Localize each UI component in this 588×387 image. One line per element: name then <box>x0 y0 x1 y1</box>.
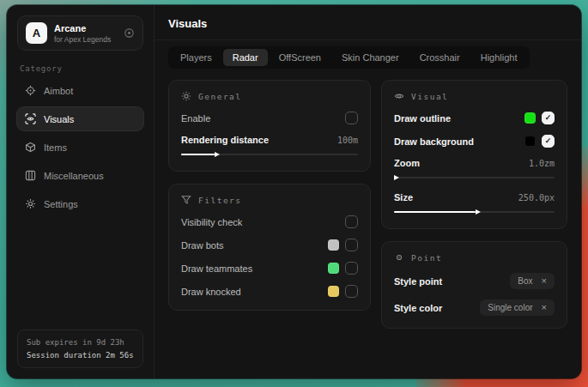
draw-outline-row: Draw outline ✓ <box>394 112 555 124</box>
row-controls <box>328 239 358 251</box>
general-panel-header: General <box>181 91 358 101</box>
draw-knocked-checkbox[interactable] <box>345 285 358 298</box>
draw-outline-checkbox[interactable]: ✓ <box>542 112 555 124</box>
visual-panel: Visual Draw outline ✓ Draw background <box>381 80 567 229</box>
sidebar-item-label: Aimbot <box>44 86 73 96</box>
tab-offscreen[interactable]: OffScreen <box>270 49 330 66</box>
slider-fill <box>394 211 476 213</box>
draw-outline-label: Draw outline <box>394 113 451 124</box>
left-column: General Enable Rendering distance 100m <box>168 80 371 311</box>
sidebar-item-label: Settings <box>44 199 78 209</box>
subscription-status-box: Sub expires in 9d 23h Session duration 2… <box>17 330 143 368</box>
slider-track <box>394 177 555 178</box>
draw-teammates-checkbox[interactable] <box>345 262 358 275</box>
tab-highlight[interactable]: Highlight <box>471 49 527 66</box>
sidebar-item-miscellaneous[interactable]: Miscellaneous <box>17 164 143 187</box>
page-title: Visuals <box>168 17 567 30</box>
target-icon[interactable] <box>124 27 135 39</box>
sidebar-item-label: Visuals <box>44 114 74 124</box>
tab-crosshair[interactable]: Crosshair <box>410 49 470 66</box>
draw-bots-color-swatch[interactable] <box>328 239 339 251</box>
eye-scan-icon <box>25 113 36 124</box>
draw-teammates-row: Draw teammates <box>181 262 358 275</box>
row-controls: ✓ <box>524 112 555 124</box>
point-panel-header: Point <box>394 252 555 263</box>
row-controls <box>345 215 358 228</box>
draw-background-checkbox[interactable]: ✓ <box>542 135 555 148</box>
main-area: Visuals Players Radar OffScreen Skin Cha… <box>155 5 581 378</box>
style-point-label: Style point <box>394 276 442 287</box>
draw-background-color-swatch[interactable] <box>524 136 536 147</box>
general-panel-title: General <box>198 92 242 101</box>
draw-outline-color-swatch[interactable] <box>524 112 536 124</box>
zoom-value: 1.0zm <box>529 159 555 168</box>
draw-knocked-row: Draw knocked <box>181 285 358 298</box>
style-color-label: Style color <box>394 303 442 313</box>
style-point-value: Box <box>518 276 532 286</box>
row-controls <box>328 262 358 275</box>
draw-teammates-color-swatch[interactable] <box>328 263 339 274</box>
sidebar: A Arcane for Apex Legends Category <box>7 5 155 378</box>
visibility-check-checkbox[interactable] <box>345 215 358 228</box>
enable-row: Enable <box>181 112 358 124</box>
right-column: Visual Draw outline ✓ Draw background <box>381 80 567 329</box>
tab-players[interactable]: Players <box>171 49 221 66</box>
app-name: Arcane <box>54 23 117 33</box>
point-icon <box>394 252 404 263</box>
visuals-tabbar: Players Radar OffScreen Skin Changer Cro… <box>168 46 530 69</box>
style-color-select[interactable]: Single color × <box>480 299 555 316</box>
sidebar-item-visuals[interactable]: Visuals <box>17 107 143 130</box>
point-panel-title: Point <box>411 253 442 263</box>
visual-panel-header: Visual <box>394 91 555 101</box>
sidebar-item-settings[interactable]: Settings <box>17 192 143 215</box>
draw-bots-label: Draw bots <box>181 240 224 251</box>
row-controls <box>328 285 358 298</box>
row-controls: ✓ <box>524 135 555 148</box>
zoom-slider[interactable] <box>394 174 555 182</box>
brand-card: A Arcane for Apex Legends <box>17 15 143 51</box>
sun-icon <box>181 91 191 101</box>
filters-panel-title: Filters <box>198 196 242 205</box>
session-duration-text: Session duration 2m 56s <box>27 351 134 360</box>
app-subtitle: for Apex Legends <box>54 35 117 44</box>
draw-bots-checkbox[interactable] <box>345 239 358 251</box>
sidebar-item-items[interactable]: Items <box>17 136 143 159</box>
app-logo: A <box>26 22 47 44</box>
clear-icon[interactable]: × <box>542 303 547 312</box>
size-slider[interactable] <box>394 209 555 216</box>
arcane-window: A Arcane for Apex Legends Category <box>7 5 581 378</box>
sub-expires-text: Sub expires in 9d 23h <box>27 338 134 347</box>
main-header: Visuals <box>155 5 581 40</box>
slider-fill <box>181 154 215 155</box>
gear-icon <box>25 198 36 209</box>
tab-skin-changer[interactable]: Skin Changer <box>332 49 409 66</box>
rendering-distance-slider[interactable] <box>181 151 358 159</box>
rendering-distance-label: Rendering distance <box>181 135 269 145</box>
draw-knocked-label: Draw knocked <box>181 287 241 297</box>
visibility-check-row: Visibility check <box>181 215 358 228</box>
enable-checkbox[interactable] <box>345 112 358 124</box>
tab-radar[interactable]: Radar <box>223 49 268 66</box>
clear-icon[interactable]: × <box>542 276 547 286</box>
sidebar-item-aimbot[interactable]: Aimbot <box>17 79 143 102</box>
size-label: Size <box>394 192 413 203</box>
size-row: Size 250.0px <box>394 192 555 203</box>
draw-background-label: Draw background <box>394 136 474 147</box>
draw-teammates-label: Draw teammates <box>181 263 252 274</box>
style-point-select[interactable]: Box × <box>510 273 555 289</box>
general-panel: General Enable Rendering distance 100m <box>168 80 371 172</box>
brand-text: Arcane for Apex Legends <box>54 23 117 44</box>
content-columns: General Enable Rendering distance 100m <box>168 80 567 329</box>
enable-label: Enable <box>181 113 210 124</box>
sidebar-spacer <box>17 215 143 330</box>
zoom-row: Zoom 1.0zm <box>394 158 555 168</box>
columns-icon <box>25 170 36 181</box>
crosshair-icon <box>25 85 36 96</box>
rendering-distance-row: Rendering distance 100m <box>181 135 358 145</box>
draw-knocked-color-swatch[interactable] <box>328 286 339 297</box>
sidebar-item-label: Items <box>44 142 67 153</box>
draw-bots-row: Draw bots <box>181 239 358 251</box>
visibility-check-label: Visibility check <box>181 217 242 227</box>
filters-panel-header: Filters <box>181 195 358 205</box>
sidebar-item-label: Miscellaneous <box>44 171 104 181</box>
